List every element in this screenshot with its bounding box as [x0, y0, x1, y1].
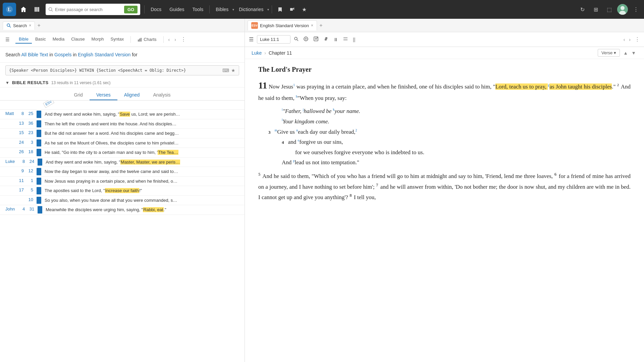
in2: in: [73, 52, 76, 57]
search-toolbar: ☰ Bible Basic Media Clause Morph Syntax …: [0, 32, 245, 47]
view-verses[interactable]: Verses: [90, 90, 117, 100]
mode-morph[interactable]: Morph: [88, 35, 107, 44]
footnote-2[interactable]: 2: [356, 128, 357, 132]
scope-gospels[interactable]: Gospels: [54, 52, 71, 57]
search-tab-close[interactable]: ×: [29, 23, 31, 28]
passage-input[interactable]: [257, 35, 290, 44]
footnote-p[interactable]: p: [293, 159, 295, 163]
esv-tab-close[interactable]: ×: [311, 23, 313, 28]
footnote-j[interactable]: j: [303, 108, 304, 112]
nav-library-button[interactable]: [31, 3, 43, 15]
breadcrumb-book[interactable]: Luke: [252, 50, 262, 56]
view-analysis[interactable]: Analysis: [146, 90, 177, 100]
prev-result[interactable]: ‹: [167, 36, 171, 43]
reader-more-menu[interactable]: ⋮: [633, 36, 641, 43]
svg-point-5: [49, 8, 52, 11]
table-row[interactable]: 13 36 Then he left the crowds and went i…: [0, 119, 245, 129]
table-row[interactable]: 15 23 But he did not answer her a word. …: [0, 129, 245, 138]
verse-5-text: And he said to them, "Which of you who h…: [262, 173, 554, 179]
ref-book: [0, 129, 15, 138]
notes-icon[interactable]: [312, 36, 320, 43]
export-icon[interactable]: ⬚: [604, 4, 614, 15]
footnote-i[interactable]: i: [282, 108, 283, 112]
verse-11-text3: .": [612, 83, 617, 90]
table-row[interactable]: 17 5 The apostles said to the Lord, "Inc…: [0, 186, 245, 196]
bookmark-icon[interactable]: [275, 4, 285, 15]
footnote-m[interactable]: m: [275, 128, 277, 132]
view-aligned[interactable]: Aligned: [117, 90, 147, 100]
scope-bible-text[interactable]: All Bible Text: [21, 52, 48, 57]
guides-nav[interactable]: Guides: [166, 5, 187, 14]
verse-button[interactable]: Verse ▾: [598, 49, 620, 57]
table-row[interactable]: 11 1 Now Jesus was praying in a certain …: [0, 177, 245, 186]
table-row[interactable]: 24 3 As he sat on the Mount of Olives, t…: [0, 138, 245, 148]
charts-button[interactable]: Charts: [134, 36, 160, 43]
table-row[interactable]: Luke 8 24 And they went and woke him, sa…: [0, 158, 245, 167]
query-actions: ⌨ ★: [222, 68, 235, 73]
table-row[interactable]: 10 So you also, when you have done all t…: [0, 196, 245, 205]
options-icon[interactable]: [341, 36, 350, 43]
prev-chapter[interactable]: ‹: [622, 36, 627, 43]
docs-nav[interactable]: Docs: [147, 5, 165, 14]
dictionaries-dropdown[interactable]: Dictionaries ▾: [235, 5, 269, 14]
double-line-icon[interactable]: ||: [352, 36, 357, 43]
footnote-k[interactable]: k: [333, 108, 334, 112]
search-more-menu[interactable]: ⋮: [179, 36, 187, 43]
verse-down[interactable]: ▼: [630, 50, 637, 56]
more-menu-icon[interactable]: ⋮: [631, 4, 641, 15]
go-button[interactable]: GO: [124, 6, 138, 13]
dictionaries-label[interactable]: Dictionaries: [235, 5, 267, 14]
search-input[interactable]: [55, 7, 122, 12]
verse-up[interactable]: ▲: [622, 50, 629, 56]
search-hamburger[interactable]: ☰: [3, 35, 12, 44]
verse-11-text1: Now Jesus: [269, 83, 293, 90]
scope-esv[interactable]: English Standard Version: [78, 52, 130, 57]
ref-chapter: 4: [16, 205, 26, 215]
app-logo[interactable]: L: [3, 3, 16, 16]
table-row[interactable]: Matt 8 25 And they went and woke him, sa…: [0, 110, 245, 119]
passage-title: The Lord's Prayer: [258, 66, 631, 73]
footnote-l[interactable]: l: [282, 118, 283, 122]
verse-5-paragraph: 5 And he said to them, "Which of you who…: [258, 171, 631, 202]
results-toggle[interactable]: ▼: [5, 80, 9, 85]
esv-tab-add[interactable]: +: [317, 21, 325, 29]
search-tab-add[interactable]: +: [35, 21, 43, 29]
parallel-icon[interactable]: [302, 36, 310, 43]
mode-basic[interactable]: Basic: [32, 35, 49, 44]
next-chapter[interactable]: ›: [628, 36, 632, 43]
table-row[interactable]: 9 12 Now the day began to wear away, and…: [0, 167, 245, 177]
footnote-n[interactable]: n: [296, 128, 298, 132]
bibles-dropdown[interactable]: Bibles ▾: [212, 5, 234, 14]
esv-tab[interactable]: ESV English Standard Version ×: [248, 20, 317, 31]
query-bookmark-icon[interactable]: ★: [231, 68, 235, 73]
results-header: ▼ BIBLE RESULTS 13 results in 11 verses …: [0, 78, 245, 87]
mode-bible[interactable]: Bible: [15, 35, 32, 44]
link-icon[interactable]: [322, 36, 330, 43]
footnote-1[interactable]: 1: [293, 83, 295, 87]
ref-verse: 23: [25, 129, 35, 138]
svg-line-17: [297, 40, 298, 41]
next-result[interactable]: ›: [173, 36, 177, 43]
sync-icon[interactable]: ↻: [577, 4, 588, 15]
mode-syntax[interactable]: Syntax: [107, 35, 127, 44]
mode-clause[interactable]: Clause: [68, 35, 88, 44]
nav-home-button[interactable]: [17, 3, 30, 15]
reader-hamburger[interactable]: ☰: [248, 35, 255, 44]
table-row[interactable]: 26 18 He said, "Go into the city to a ce…: [0, 148, 245, 158]
star-icon[interactable]: ★: [299, 4, 310, 15]
tag-icon[interactable]: [287, 4, 298, 15]
layout-icon[interactable]: ⊞: [590, 4, 601, 15]
reader-search-icon[interactable]: [292, 36, 300, 43]
ref-chapter: 17: [15, 186, 25, 195]
query-edit-icon[interactable]: ⌨: [222, 68, 229, 73]
footnote-o[interactable]: o: [298, 139, 300, 142]
search-tab[interactable]: Search ×: [3, 21, 35, 30]
pause-icon[interactable]: ⏸: [332, 36, 339, 43]
avatar[interactable]: [617, 4, 628, 15]
table-row[interactable]: John 4 31 Meanwhile the disciples were u…: [0, 205, 245, 215]
result-color-indicator: [37, 187, 41, 194]
view-grid[interactable]: Grid: [67, 90, 89, 100]
mode-media[interactable]: Media: [49, 35, 68, 44]
tools-nav[interactable]: Tools: [189, 5, 207, 14]
bibles-label[interactable]: Bibles: [212, 5, 232, 14]
